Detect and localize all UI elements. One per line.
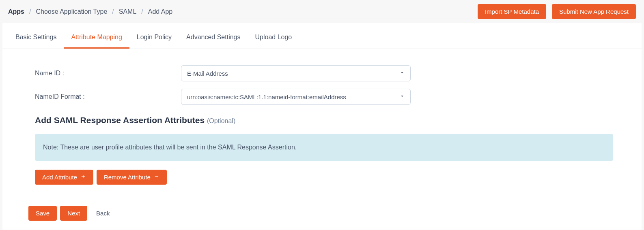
next-button[interactable]: Next — [60, 206, 87, 221]
section-title-optional: (Optional) — [207, 117, 235, 124]
plus-icon — [80, 174, 86, 181]
breadcrumb-apps[interactable]: Apps — [8, 8, 24, 15]
form-row-nameid-format: NameID Format : urn:oasis:names:tc:SAML:… — [35, 89, 617, 105]
footer-buttons: Save Next Back — [2, 206, 642, 221]
add-attribute-button[interactable]: Add Attribute — [35, 170, 93, 185]
note-box: Note: These are user profile attributes … — [35, 134, 613, 161]
tab-advanced-settings[interactable]: Advanced Settings — [179, 23, 248, 49]
minus-icon — [154, 174, 159, 181]
breadcrumb-separator: / — [29, 8, 31, 15]
topbar: Apps / Choose Application Type / SAML / … — [0, 0, 644, 23]
tab-basic-settings[interactable]: Basic Settings — [8, 23, 64, 49]
form-area: Name ID : E-Mail Address NameID Format :… — [2, 49, 642, 185]
back-link[interactable]: Back — [90, 207, 115, 220]
remove-attribute-label: Remove Attribute — [104, 174, 151, 181]
remove-attribute-button[interactable]: Remove Attribute — [97, 170, 167, 185]
import-sp-metadata-button[interactable]: Import SP Metadata — [478, 4, 546, 19]
breadcrumb-separator: / — [141, 8, 143, 15]
save-button[interactable]: Save — [28, 206, 57, 221]
breadcrumb-saml[interactable]: SAML — [119, 8, 137, 15]
breadcrumb-choose-app-type[interactable]: Choose Application Type — [36, 8, 107, 15]
breadcrumb-separator: / — [112, 8, 114, 15]
tab-attribute-mapping[interactable]: Attribute Mapping — [64, 23, 129, 49]
breadcrumb: Apps / Choose Application Type / SAML / … — [8, 8, 172, 15]
attribute-buttons: Add Attribute Remove Attribute — [35, 170, 617, 185]
name-id-select[interactable]: E-Mail Address — [181, 65, 411, 81]
section-title: Add SAML Response Assertion Attributes (… — [35, 115, 617, 125]
add-attribute-label: Add Attribute — [42, 174, 77, 181]
section-title-text: Add SAML Response Assertion Attributes — [35, 115, 205, 125]
top-buttons: Import SP Metadata Submit New App Reques… — [478, 4, 636, 19]
breadcrumb-add-app: Add App — [148, 8, 173, 15]
tabs: Basic Settings Attribute Mapping Login P… — [2, 23, 642, 49]
form-row-name-id: Name ID : E-Mail Address — [35, 65, 617, 81]
tab-login-policy[interactable]: Login Policy — [129, 23, 179, 49]
name-id-label: Name ID : — [35, 70, 181, 77]
main-panel: Basic Settings Attribute Mapping Login P… — [2, 23, 642, 230]
nameid-format-select[interactable]: urn:oasis:names:tc:SAML:1.1:nameid-forma… — [181, 89, 411, 105]
tab-upload-logo[interactable]: Upload Logo — [248, 23, 299, 49]
nameid-format-label: NameID Format : — [35, 93, 181, 100]
submit-new-app-request-button[interactable]: Submit New App Request — [552, 4, 636, 19]
